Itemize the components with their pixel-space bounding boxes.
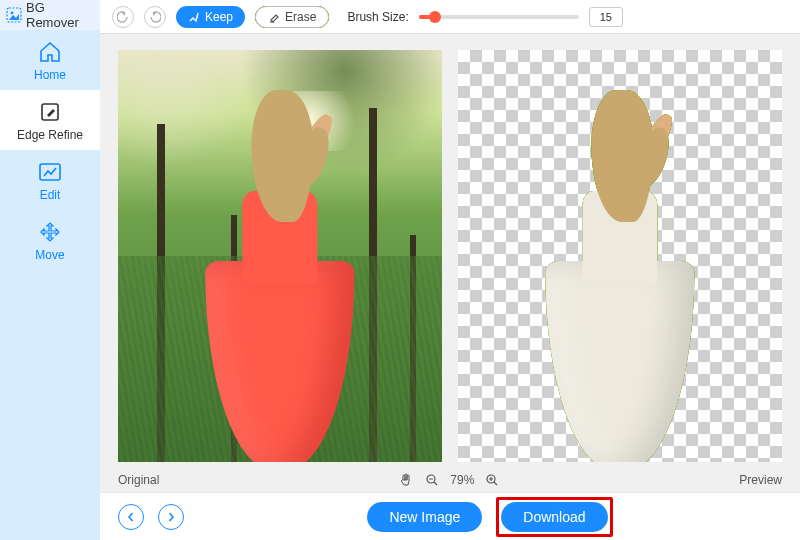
sidebar-item-label: Move — [35, 248, 64, 262]
preview-panel[interactable] — [458, 50, 782, 462]
prev-page-button[interactable] — [118, 504, 144, 530]
cutout-subject — [516, 75, 723, 462]
brand-name: BG Remover — [26, 0, 94, 30]
chevron-right-icon — [166, 512, 176, 522]
new-image-label: New Image — [389, 509, 460, 525]
erase-label: Erase — [285, 10, 316, 24]
toolbar: Keep Erase Brush Size: 15 — [100, 0, 800, 34]
subject-mask-overlay — [176, 75, 383, 462]
sidebar: BG Remover Home Edge Refine Edit Move — [0, 0, 100, 540]
redo-icon — [149, 11, 161, 23]
home-icon — [38, 40, 62, 64]
chevron-left-icon — [126, 512, 136, 522]
sidebar-item-edit[interactable]: Edit — [0, 150, 100, 210]
sidebar-item-label: Home — [34, 68, 66, 82]
preview-label: Preview — [739, 473, 782, 487]
brush-size-label: Brush Size: — [347, 10, 408, 24]
edit-icon — [38, 160, 62, 184]
zoom-in-icon — [485, 473, 499, 487]
zoom-in-button[interactable] — [484, 472, 500, 488]
next-page-button[interactable] — [158, 504, 184, 530]
sidebar-item-label: Edge Refine — [17, 128, 83, 142]
keep-label: Keep — [205, 10, 233, 24]
download-button[interactable]: Download — [501, 502, 607, 532]
sidebar-item-edge-refine[interactable]: Edge Refine — [0, 90, 100, 150]
pan-button[interactable] — [398, 472, 414, 488]
keep-button[interactable]: Keep — [176, 6, 245, 28]
original-label: Original — [118, 473, 159, 487]
original-image — [118, 50, 442, 462]
main-area: Keep Erase Brush Size: 15 — [100, 0, 800, 540]
brush-size-value[interactable]: 15 — [589, 7, 623, 27]
bottom-bar: New Image Download — [100, 492, 800, 540]
workspace — [100, 34, 800, 468]
sidebar-item-home[interactable]: Home — [0, 30, 100, 90]
brand-title: BG Remover — [0, 0, 100, 30]
undo-button[interactable] — [112, 6, 134, 28]
redo-button[interactable] — [144, 6, 166, 28]
zoom-value: 79% — [450, 473, 474, 487]
edge-refine-icon — [38, 100, 62, 124]
hand-icon — [399, 473, 413, 487]
original-panel[interactable] — [118, 50, 442, 462]
brush-keep-icon — [188, 11, 200, 23]
erase-icon — [268, 11, 280, 23]
move-icon — [38, 220, 62, 244]
slider-thumb[interactable] — [429, 11, 441, 23]
new-image-button[interactable]: New Image — [367, 502, 482, 532]
zoom-out-icon — [425, 473, 439, 487]
status-bar: Original 79% Preview — [100, 468, 800, 492]
download-label: Download — [523, 509, 585, 525]
brand-logo-icon — [6, 7, 22, 23]
sidebar-item-move[interactable]: Move — [0, 210, 100, 270]
download-highlight: Download — [496, 497, 612, 537]
brush-size-slider[interactable] — [419, 15, 579, 19]
erase-button[interactable]: Erase — [255, 6, 329, 28]
undo-icon — [117, 11, 129, 23]
sidebar-item-label: Edit — [40, 188, 61, 202]
zoom-out-button[interactable] — [424, 472, 440, 488]
svg-point-1 — [11, 12, 14, 15]
